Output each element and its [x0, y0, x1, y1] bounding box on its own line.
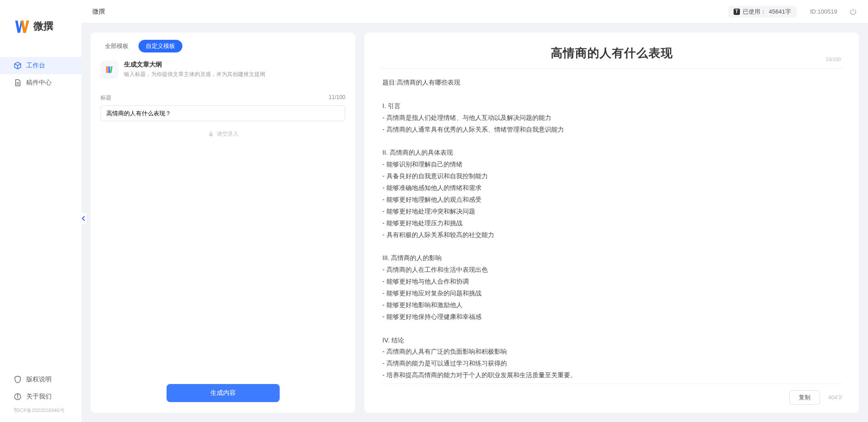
svg-point-2 — [17, 395, 18, 396]
nav-label: 关于我们 — [26, 393, 52, 401]
input-panel: 全部模板 自定义模板 生成文章大纲 输入标题，为你提供文章主体的灵感，并为其创建… — [91, 33, 355, 413]
logo-text: 微撰 — [33, 19, 53, 33]
text-icon: T — [734, 9, 740, 15]
sidebar-footer: 版权说明 关于我们 鄂ICP备2022016946号 — [0, 366, 81, 422]
chevron-left-icon — [81, 215, 86, 222]
generate-button[interactable]: 生成内容 — [167, 384, 280, 402]
title-input[interactable] — [100, 105, 345, 121]
breadcrumb: 微撰 — [92, 8, 105, 16]
nav-label: 稿件中心 — [26, 79, 52, 87]
doc-body[interactable]: 题目:高情商的人有哪些表现 I. 引言 - 高情商是指人们处理情绪、与他人互动以… — [364, 69, 859, 384]
tab-all-templates[interactable]: 全部模板 — [98, 40, 136, 52]
content-row: 全部模板 自定义模板 生成文章大纲 输入标题，为你提供文章主体的灵感，并为其创建… — [81, 24, 868, 422]
doc-title-counter: 10/100 — [825, 57, 841, 62]
nav-label: 工作台 — [26, 62, 45, 70]
usage-badge[interactable]: T 已使用： 45641字 — [728, 6, 796, 18]
field-label: 标题 — [100, 94, 111, 102]
svg-rect-4 — [108, 66, 110, 73]
cube-icon — [14, 62, 22, 70]
sidebar-item-copyright[interactable]: 版权说明 — [0, 371, 81, 388]
svg-rect-3 — [106, 66, 108, 73]
template-tabs: 全部模板 自定义模板 — [91, 33, 355, 57]
sidebar-item-about[interactable]: 关于我们 — [0, 388, 81, 405]
topbar: 微撰 T 已使用： 45641字 ID:100519 — [81, 0, 868, 24]
svg-rect-5 — [110, 66, 113, 73]
usage-prefix: 已使用： — [743, 8, 766, 16]
nav-label: 版权说明 — [26, 375, 52, 384]
doc-title: 高情商的人有什么表现 — [381, 45, 843, 61]
template-header: 生成文章大纲 输入标题，为你提供文章主体的灵感，并为其创建推文提纲 — [91, 57, 355, 88]
template-title: 生成文章大纲 — [124, 61, 265, 69]
info-icon — [14, 393, 22, 401]
doc-footer: 复制 404字 — [381, 384, 843, 413]
logo-icon — [14, 18, 30, 34]
field-counter: 11/100 — [329, 94, 345, 102]
shield-icon — [14, 375, 22, 384]
output-panel: 高情商的人有什么表现 10/100 题目:高情商的人有哪些表现 I. 引言 - … — [364, 33, 859, 413]
power-icon — [849, 8, 857, 16]
document-icon — [14, 79, 22, 87]
template-icon — [100, 61, 119, 79]
voice-hint: 请空录入 — [217, 130, 238, 138]
voice-input-row[interactable]: 请空录入 — [91, 121, 355, 147]
sidebar-collapse-button[interactable] — [81, 213, 87, 224]
icp-text: 鄂ICP备2022016946号 — [0, 405, 81, 417]
title-field-block: 标题 11/100 — [91, 88, 355, 121]
user-id: ID:100519 — [810, 8, 837, 15]
usage-value: 45641字 — [769, 8, 791, 16]
doc-head: 高情商的人有什么表现 10/100 — [364, 33, 859, 66]
logo: 微撰 — [0, 0, 81, 48]
sidebar-item-drafts[interactable]: 稿件中心 — [0, 74, 81, 91]
template-desc: 输入标题，为你提供文章主体的灵感，并为其创建推文提纲 — [124, 71, 265, 78]
sidebar: 微撰 工作台 稿件中心 版权说明 — [0, 0, 81, 422]
power-button[interactable] — [849, 8, 857, 16]
books-icon — [105, 65, 114, 75]
nav-list: 工作台 稿件中心 — [0, 48, 81, 366]
copy-button[interactable]: 复制 — [789, 390, 820, 405]
sidebar-item-workspace[interactable]: 工作台 — [0, 57, 81, 74]
tab-custom-templates[interactable]: 自定义模板 — [138, 40, 182, 52]
main-area: 微撰 T 已使用： 45641字 ID:100519 全部模板 自定义模板 — [81, 0, 868, 422]
microphone-icon — [208, 131, 214, 138]
svg-rect-6 — [210, 132, 212, 135]
word-count: 404字 — [828, 394, 843, 402]
